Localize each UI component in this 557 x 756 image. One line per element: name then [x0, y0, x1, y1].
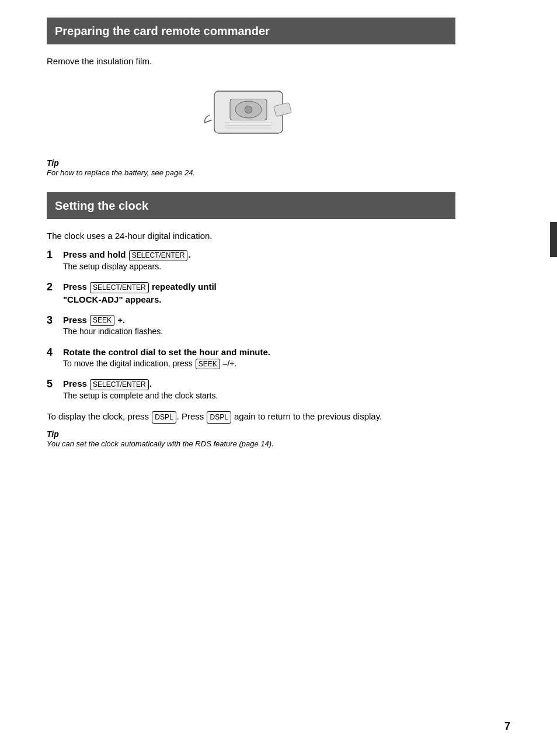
section2-intro: The clock uses a 24-hour digital indicat… — [47, 230, 455, 243]
section2-tip: Tip You can set the clock automatically … — [47, 429, 455, 449]
step-5-content: Press SELECT/ENTER. The setup is complet… — [63, 377, 455, 401]
section2-tip-label: Tip — [47, 429, 455, 439]
step-1-content: Press and hold SELECT/ENTER. The setup d… — [63, 248, 455, 272]
section2-tip-text: You can set the clock automatically with… — [47, 439, 455, 449]
section1-header: Preparing the card remote commander — [47, 18, 455, 44]
step-5-number: 5 — [47, 378, 63, 390]
step-1: 1 Press and hold SELECT/ENTER. The setup… — [47, 248, 455, 272]
select-enter-badge-1: SELECT/ENTER — [129, 250, 188, 261]
step-2-number: 2 — [47, 281, 63, 293]
step-5-sub: The setup is complete and the clock star… — [63, 390, 455, 402]
section1-title: Preparing the card remote commander — [55, 23, 447, 39]
step-4-main: Rotate the control dial to set the hour … — [63, 346, 455, 358]
step-5: 5 Press SELECT/ENTER. The setup is compl… — [47, 377, 455, 401]
step-2-content: Press SELECT/ENTER repeatedly until"CLOC… — [63, 280, 455, 305]
step-5-main: Press SELECT/ENTER. — [63, 377, 455, 390]
section2-title: Setting the clock — [55, 198, 447, 213]
right-sidebar-bar — [550, 222, 557, 257]
section1-tip: Tip For how to replace the battery, see … — [47, 158, 455, 178]
step-3: 3 Press SEEK +. The hour indication flas… — [47, 314, 455, 338]
dspl-badge-1: DSPL — [152, 411, 176, 424]
step-4-content: Rotate the control dial to set the hour … — [63, 346, 455, 370]
step-1-sub: The setup display appears. — [63, 261, 455, 273]
seek-badge-2: SEEK — [196, 359, 220, 370]
section1-tip-text: For how to replace the battery, see page… — [47, 168, 455, 178]
section2-header: Setting the clock — [47, 192, 455, 219]
step-2-main: Press SELECT/ENTER repeatedly until"CLOC… — [63, 280, 455, 305]
step-4-sub: To move the digital indication, press SE… — [63, 358, 455, 370]
step-3-main: Press SEEK +. — [63, 314, 455, 326]
page-number: 7 — [504, 720, 510, 733]
seek-badge-1: SEEK — [90, 315, 114, 326]
select-enter-badge-3: SELECT/ENTER — [90, 379, 149, 390]
step-3-content: Press SEEK +. The hour indication flashe… — [63, 314, 455, 338]
steps-list: 1 Press and hold SELECT/ENTER. The setup… — [47, 248, 455, 401]
step-4-number: 4 — [47, 346, 63, 359]
step-4: 4 Rotate the control dial to set the hou… — [47, 346, 455, 370]
step-1-main: Press and hold SELECT/ENTER. — [63, 248, 455, 261]
section1-intro: Remove the insulation film. — [47, 55, 455, 68]
step-1-number: 1 — [47, 249, 63, 261]
remote-commander-illustration — [199, 80, 304, 144]
svg-point-3 — [245, 106, 252, 113]
step-3-sub: The hour indication flashes. — [63, 326, 455, 338]
section1-tip-label: Tip — [47, 158, 455, 168]
select-enter-badge-2: SELECT/ENTER — [90, 282, 149, 293]
extra-clock-text: To display the clock, press DSPL. Press … — [47, 410, 455, 424]
remote-image-container — [47, 80, 455, 144]
dspl-badge-2: DSPL — [207, 411, 231, 424]
step-3-number: 3 — [47, 314, 63, 327]
step-2: 2 Press SELECT/ENTER repeatedly until"CL… — [47, 280, 455, 305]
